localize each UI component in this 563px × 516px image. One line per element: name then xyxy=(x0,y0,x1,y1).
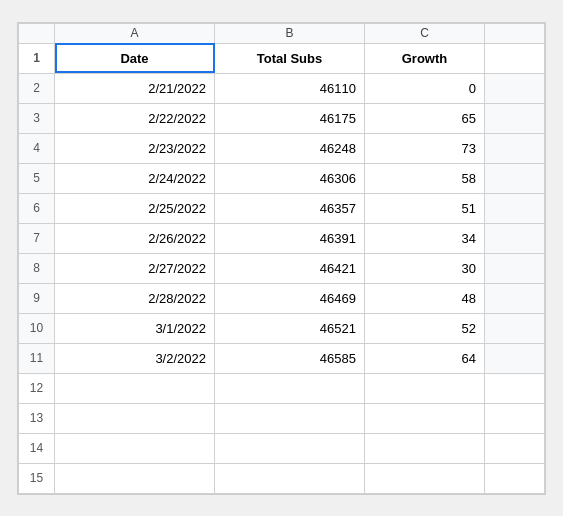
row-num-9: 9 xyxy=(19,283,55,313)
row-num-2: 2 xyxy=(19,73,55,103)
cell-extra-14 xyxy=(485,433,545,463)
cell-a15[interactable] xyxy=(55,463,215,493)
data-row-15: 15 xyxy=(19,463,545,493)
row-num-15: 15 xyxy=(19,463,55,493)
cell-a11[interactable]: 3/2/2022 xyxy=(55,343,215,373)
cell-c13[interactable] xyxy=(365,403,485,433)
cell-a6[interactable]: 2/25/2022 xyxy=(55,193,215,223)
data-row-13: 13 xyxy=(19,403,545,433)
cell-a1[interactable]: Date xyxy=(55,43,215,73)
cell-extra-5 xyxy=(485,163,545,193)
cell-c2[interactable]: 0 xyxy=(365,73,485,103)
cell-extra-11 xyxy=(485,343,545,373)
cell-extra-7 xyxy=(485,223,545,253)
data-row-8: 8 2/27/2022 46421 30 xyxy=(19,253,545,283)
col-c-header[interactable]: C xyxy=(365,23,485,43)
cell-c10[interactable]: 52 xyxy=(365,313,485,343)
column-header-row: A B C xyxy=(19,23,545,43)
cell-c9[interactable]: 48 xyxy=(365,283,485,313)
spreadsheet: A B C 1 Date Total Subs Growth 2 2/21/20… xyxy=(17,22,546,495)
row-num-13: 13 xyxy=(19,403,55,433)
data-row-2: 2 2/21/2022 46110 0 xyxy=(19,73,545,103)
cell-b10[interactable]: 46521 xyxy=(215,313,365,343)
cell-extra-15 xyxy=(485,463,545,493)
cell-b9[interactable]: 46469 xyxy=(215,283,365,313)
cell-a13[interactable] xyxy=(55,403,215,433)
cell-extra-3 xyxy=(485,103,545,133)
cell-extra-8 xyxy=(485,253,545,283)
row-num-1: 1 xyxy=(19,43,55,73)
data-row-4: 4 2/23/2022 46248 73 xyxy=(19,133,545,163)
cell-extra-13 xyxy=(485,403,545,433)
cell-extra-1 xyxy=(485,43,545,73)
cell-c3[interactable]: 65 xyxy=(365,103,485,133)
data-row-1: 1 Date Total Subs Growth xyxy=(19,43,545,73)
cell-a9[interactable]: 2/28/2022 xyxy=(55,283,215,313)
cell-extra-4 xyxy=(485,133,545,163)
cell-a3[interactable]: 2/22/2022 xyxy=(55,103,215,133)
cell-extra-2 xyxy=(485,73,545,103)
cell-extra-9 xyxy=(485,283,545,313)
cell-b7[interactable]: 46391 xyxy=(215,223,365,253)
cell-b15[interactable] xyxy=(215,463,365,493)
row-num-4: 4 xyxy=(19,133,55,163)
data-row-7: 7 2/26/2022 46391 34 xyxy=(19,223,545,253)
cell-c4[interactable]: 73 xyxy=(365,133,485,163)
row-num-10: 10 xyxy=(19,313,55,343)
cell-b2[interactable]: 46110 xyxy=(215,73,365,103)
cell-b6[interactable]: 46357 xyxy=(215,193,365,223)
cell-a5[interactable]: 2/24/2022 xyxy=(55,163,215,193)
cell-b14[interactable] xyxy=(215,433,365,463)
row-num-5: 5 xyxy=(19,163,55,193)
cell-a2[interactable]: 2/21/2022 xyxy=(55,73,215,103)
col-a-header[interactable]: A xyxy=(55,23,215,43)
cell-b4[interactable]: 46248 xyxy=(215,133,365,163)
row-num-3: 3 xyxy=(19,103,55,133)
cell-a8[interactable]: 2/27/2022 xyxy=(55,253,215,283)
corner-cell xyxy=(19,23,55,43)
cell-c14[interactable] xyxy=(365,433,485,463)
cell-extra-12 xyxy=(485,373,545,403)
cell-c5[interactable]: 58 xyxy=(365,163,485,193)
cell-c15[interactable] xyxy=(365,463,485,493)
cell-b3[interactable]: 46175 xyxy=(215,103,365,133)
col-b-header[interactable]: B xyxy=(215,23,365,43)
cell-c1[interactable]: Growth xyxy=(365,43,485,73)
data-row-3: 3 2/22/2022 46175 65 xyxy=(19,103,545,133)
cell-extra-10 xyxy=(485,313,545,343)
cell-b1[interactable]: Total Subs xyxy=(215,43,365,73)
cell-extra-6 xyxy=(485,193,545,223)
cell-a10[interactable]: 3/1/2022 xyxy=(55,313,215,343)
data-row-6: 6 2/25/2022 46357 51 xyxy=(19,193,545,223)
row-num-11: 11 xyxy=(19,343,55,373)
cell-a4[interactable]: 2/23/2022 xyxy=(55,133,215,163)
cell-c7[interactable]: 34 xyxy=(365,223,485,253)
data-row-9: 9 2/28/2022 46469 48 xyxy=(19,283,545,313)
cell-a12[interactable] xyxy=(55,373,215,403)
data-row-11: 11 3/2/2022 46585 64 xyxy=(19,343,545,373)
row-num-6: 6 xyxy=(19,193,55,223)
cell-a7[interactable]: 2/26/2022 xyxy=(55,223,215,253)
cell-c8[interactable]: 30 xyxy=(365,253,485,283)
cell-b5[interactable]: 46306 xyxy=(215,163,365,193)
cell-b12[interactable] xyxy=(215,373,365,403)
cell-c6[interactable]: 51 xyxy=(365,193,485,223)
data-row-10: 10 3/1/2022 46521 52 xyxy=(19,313,545,343)
data-row-12: 12 xyxy=(19,373,545,403)
cell-b8[interactable]: 46421 xyxy=(215,253,365,283)
data-row-5: 5 2/24/2022 46306 58 xyxy=(19,163,545,193)
row-num-12: 12 xyxy=(19,373,55,403)
cell-c11[interactable]: 64 xyxy=(365,343,485,373)
row-num-14: 14 xyxy=(19,433,55,463)
cell-b11[interactable]: 46585 xyxy=(215,343,365,373)
row-num-7: 7 xyxy=(19,223,55,253)
cell-a14[interactable] xyxy=(55,433,215,463)
row-num-8: 8 xyxy=(19,253,55,283)
cell-b13[interactable] xyxy=(215,403,365,433)
data-row-14: 14 xyxy=(19,433,545,463)
col-extra-header xyxy=(485,23,545,43)
cell-c12[interactable] xyxy=(365,373,485,403)
